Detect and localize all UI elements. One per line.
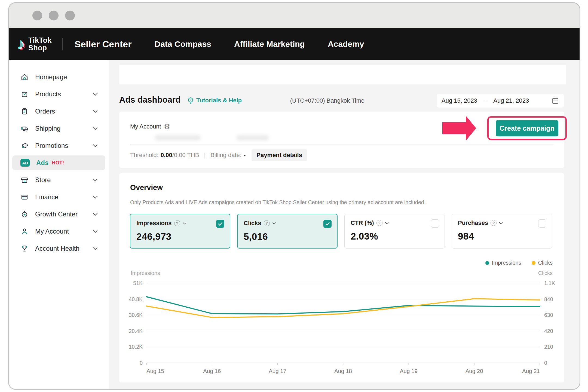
empty-toolbar [119, 65, 566, 84]
help-question-icon[interactable]: ? [264, 220, 270, 226]
date-start: Aug 15, 2023 [442, 97, 477, 104]
calendar-icon [552, 97, 559, 105]
svg-text:Aug 20: Aug 20 [465, 368, 483, 374]
chevron-down-icon [93, 230, 98, 233]
annotation-highlight-box: Create campaign [487, 116, 567, 140]
left-axis-title: Impressions [131, 270, 160, 276]
metric-checkbox[interactable] [538, 219, 546, 228]
metric-card-impressions[interactable]: Impressions? 246,973 [130, 214, 230, 249]
sidebar-item-my-account[interactable]: My Account [12, 223, 105, 240]
metric-label: Impressions [136, 220, 172, 227]
sidebar-item-finance[interactable]: Finance [12, 188, 105, 206]
sidebar-item-account-health[interactable]: Account Health [12, 240, 105, 257]
billing-date-label: Billing date: [210, 152, 241, 159]
redacted-account-id [236, 135, 269, 140]
sidebar-item-orders[interactable]: Orders [12, 103, 105, 120]
metric-cards-row: Impressions? 246,973 Clicks? 5,016 CTR (… [130, 214, 552, 249]
billing-date-value: - [244, 152, 246, 159]
chevron-down-icon[interactable] [272, 222, 276, 225]
help-question-icon[interactable]: ? [174, 220, 180, 226]
sidebar-label: Promotions [35, 142, 68, 149]
sidebar-item-growth-center[interactable]: Growth Center [12, 206, 105, 223]
payment-details-button[interactable]: Payment details [252, 149, 307, 161]
svg-text:Aug 21: Aug 21 [522, 368, 540, 374]
sidebar-item-store[interactable]: Store [12, 171, 105, 188]
nav-affiliate-marketing[interactable]: Affiliate Marketing [234, 39, 305, 49]
svg-text:0: 0 [140, 360, 143, 366]
nav-seller-center[interactable]: Seller Center [75, 39, 132, 50]
chevron-down-icon [93, 144, 98, 147]
chevron-down-icon[interactable] [183, 222, 186, 225]
line-chart[interactable]: 51K1.1K40.8K84030.6K63020.4K42010.2K2100… [123, 279, 562, 380]
orders-icon [20, 107, 29, 115]
legend-dot-impressions [485, 261, 489, 265]
date-separator: - [484, 97, 486, 104]
svg-text:840: 840 [544, 296, 553, 302]
pipe-divider: | [204, 152, 206, 159]
help-link-label: Tutorials & Help [196, 97, 242, 104]
page-title: Ads dashboard [119, 95, 181, 105]
metric-checkbox[interactable] [323, 220, 332, 228]
overview-subtitle: Only Products Ads and LIVE Ads campaigns… [130, 199, 425, 206]
window-dot-2[interactable] [49, 11, 59, 20]
sidebar-item-products[interactable]: Products [12, 85, 105, 103]
legend-item-impressions[interactable]: Impressions [485, 260, 521, 266]
metric-checkbox[interactable] [431, 219, 439, 228]
gear-icon[interactable]: ⚙ [164, 123, 170, 130]
legend-label: Impressions [492, 260, 521, 266]
overview-title: Overview [130, 183, 163, 192]
svg-text:51K: 51K [133, 280, 143, 286]
nav-academy[interactable]: Academy [328, 39, 364, 49]
sidebar-label: Growth Center [35, 210, 78, 218]
check-icon [218, 222, 223, 226]
svg-text:10.2K: 10.2K [129, 344, 143, 350]
metric-value: 2.03% [351, 231, 439, 242]
metric-card-clicks[interactable]: Clicks? 5,016 [237, 214, 338, 249]
overview-card: Overview Only Products Ads and LIVE Ads … [119, 173, 564, 382]
tiktok-note-icon: ♪ [18, 36, 26, 52]
timezone-label: (UTC+07:00) Bangkok Time [290, 97, 365, 104]
threshold-suffix: /0.00 THB [172, 152, 199, 159]
sidebar-item-ads[interactable]: AD Ads HOT! [12, 155, 105, 170]
metric-value: 984 [458, 231, 546, 242]
svg-text:20.4K: 20.4K [129, 328, 143, 334]
metric-value: 246,973 [136, 231, 224, 242]
account-card: My Account ⚙ Threshold: 0.00/0.00 THB | … [119, 112, 564, 168]
tiktok-shop-logo[interactable]: ♪ TikTok Shop [18, 36, 52, 52]
sidebar-label: Store [35, 176, 51, 184]
date-range-picker[interactable]: Aug 15, 2023 - Aug 21, 2023 [437, 94, 564, 108]
metric-checkbox[interactable] [216, 220, 224, 228]
svg-text:Aug 16: Aug 16 [203, 368, 221, 374]
tutorials-help-link[interactable]: ? Tutorials & Help [187, 97, 242, 104]
nav-data-compass[interactable]: Data Compass [155, 39, 211, 49]
svg-text:Aug 15: Aug 15 [146, 368, 164, 374]
chart-legend: Impressions Clicks [485, 260, 553, 266]
metric-card-purchases[interactable]: Purchases? 984 [452, 214, 552, 249]
sidebar-item-promotions[interactable]: Promotions [12, 137, 105, 154]
create-campaign-button[interactable]: Create campaign [496, 120, 558, 136]
help-question-icon[interactable]: ? [491, 220, 497, 226]
right-axis-title: Clicks [538, 270, 553, 276]
legend-item-clicks[interactable]: Clicks [532, 260, 553, 266]
metric-label: Clicks [244, 220, 261, 227]
window-dot-3[interactable] [65, 11, 75, 20]
sidebar-item-shipping[interactable]: Shipping [12, 120, 105, 137]
store-icon [20, 176, 29, 184]
sidebar-label: Orders [35, 108, 55, 115]
hot-badge: HOT! [52, 160, 64, 166]
window-dot-1[interactable] [32, 11, 42, 20]
chevron-down-icon[interactable] [499, 222, 503, 224]
check-icon [325, 222, 330, 226]
legend-dot-clicks [532, 261, 535, 265]
svg-text:?: ? [189, 98, 192, 102]
metric-card-ctr[interactable]: CTR (%)? 2.03% [344, 214, 445, 249]
sidebar-item-homepage[interactable]: Homepage [12, 68, 105, 85]
sidebar-label: Products [35, 90, 61, 98]
threshold-label: Threshold: [130, 152, 158, 159]
megaphone-icon [20, 142, 29, 150]
chevron-down-icon [93, 195, 98, 199]
chevron-down-icon [93, 247, 98, 250]
help-question-icon[interactable]: ? [376, 220, 382, 226]
help-bulb-icon: ? [187, 97, 194, 104]
chevron-down-icon[interactable] [385, 222, 389, 224]
